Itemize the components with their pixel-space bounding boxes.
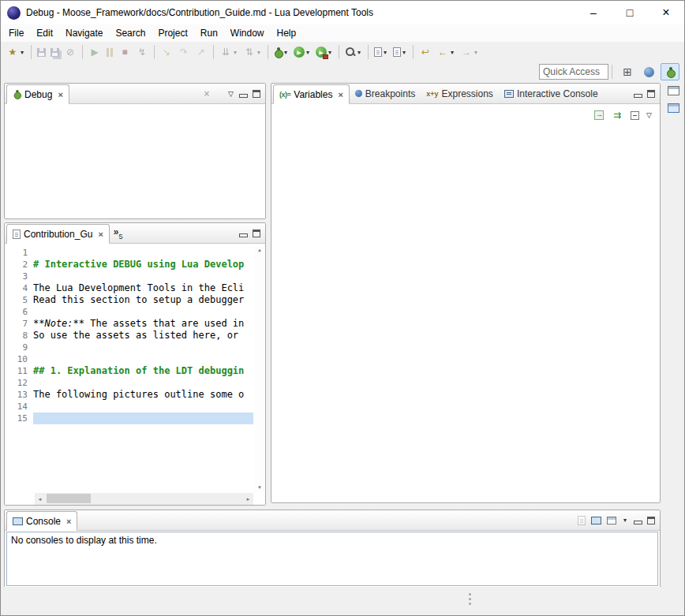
open-element-button[interactable]: ▾ bbox=[391, 43, 409, 61]
display-console-icon[interactable] bbox=[591, 517, 601, 525]
editor-line[interactable]: 10 bbox=[5, 353, 253, 365]
menu-search[interactable]: Search bbox=[109, 25, 152, 41]
debug-button[interactable]: ▾ bbox=[272, 43, 290, 61]
line-text[interactable]: **Note:** The assets that are used in bbox=[33, 318, 253, 330]
editor-tab-overflow[interactable]: » 5 bbox=[110, 226, 127, 243]
editor-line[interactable]: 9 bbox=[5, 342, 253, 353]
terminate-button[interactable]: ■ bbox=[117, 43, 133, 61]
tab-close-icon[interactable]: × bbox=[66, 517, 71, 526]
editor-body[interactable]: 1 2# Interactive DEBUG using Lua Develop… bbox=[5, 245, 265, 505]
menu-navigate[interactable]: Navigate bbox=[59, 25, 109, 41]
editor-line[interactable]: 12 bbox=[5, 377, 253, 389]
disconnect-button[interactable]: ↯ bbox=[134, 43, 150, 61]
step-into-button[interactable]: ↘ bbox=[159, 43, 174, 61]
view-menu-icon[interactable]: ▽ bbox=[228, 90, 234, 98]
suspend-button[interactable] bbox=[104, 43, 115, 61]
line-text[interactable]: # Interactive DEBUG using Lua Develop bbox=[33, 259, 253, 271]
resume-button[interactable]: ▶ bbox=[87, 43, 103, 61]
tab-expressions[interactable]: Expressions bbox=[421, 84, 499, 103]
scrollbar-thumb[interactable] bbox=[47, 494, 91, 503]
editor-line[interactable]: 5Read this section to setup a debugger bbox=[5, 294, 253, 306]
line-text[interactable]: ## 1. Explanation of the LDT debuggin bbox=[33, 365, 253, 377]
current-line-highlight[interactable] bbox=[33, 413, 253, 424]
line-text[interactable]: Read this section to setup a debugger bbox=[33, 294, 253, 306]
quick-access-input[interactable] bbox=[539, 64, 608, 80]
scroll-up-icon[interactable]: ▲ bbox=[254, 245, 265, 255]
line-text[interactable]: The following pictures outline some o bbox=[33, 389, 253, 401]
vertical-scrollbar[interactable]: ▲ ▼ bbox=[254, 245, 265, 492]
last-edit-location-button[interactable]: ↩ bbox=[417, 43, 433, 61]
line-text[interactable] bbox=[33, 247, 253, 259]
pin-console-icon[interactable] bbox=[578, 516, 586, 525]
debug-perspective-button[interactable] bbox=[661, 63, 679, 80]
maximize-view-icon[interactable] bbox=[647, 517, 655, 525]
editor-line[interactable]: 11## 1. Explanation of the LDT debuggin bbox=[5, 365, 253, 377]
step-return-button[interactable]: ↗ bbox=[193, 43, 209, 61]
maximize-view-icon[interactable] bbox=[253, 230, 260, 237]
tab-variables[interactable]: (x)= Variables × bbox=[273, 84, 350, 104]
editor-line[interactable]: 2# Interactive DEBUG using Lua Develop bbox=[5, 259, 253, 271]
tab-debug[interactable]: Debug × bbox=[6, 84, 69, 104]
open-console-icon[interactable] bbox=[607, 517, 616, 525]
minimize-view-icon[interactable] bbox=[634, 517, 642, 525]
menu-project[interactable]: Project bbox=[152, 25, 193, 41]
editor-line[interactable]: 15 bbox=[5, 413, 253, 424]
step-over-button[interactable]: ↷ bbox=[176, 43, 192, 61]
menu-file[interactable]: File bbox=[2, 25, 30, 41]
editor-line[interactable]: 6 bbox=[5, 306, 253, 318]
line-text[interactable] bbox=[33, 271, 253, 282]
new-lua-script-button[interactable]: ▾ bbox=[372, 43, 390, 61]
editor-line[interactable]: 3 bbox=[5, 271, 253, 282]
window-maximize-button[interactable]: □ bbox=[612, 1, 648, 24]
editor-lines[interactable]: 1 2# Interactive DEBUG using Lua Develop… bbox=[5, 247, 253, 492]
menu-window[interactable]: Window bbox=[224, 25, 271, 41]
tab-breakpoints[interactable]: Breakpoints bbox=[350, 84, 421, 103]
save-all-button[interactable] bbox=[49, 43, 61, 61]
window-minimize-button[interactable]: – bbox=[575, 1, 612, 24]
tab-console[interactable]: Console × bbox=[6, 511, 77, 531]
scrollbar-track[interactable] bbox=[45, 493, 243, 505]
minimized-view-restore-icon-2[interactable] bbox=[668, 103, 679, 113]
scroll-left-icon[interactable]: ◄ bbox=[35, 497, 45, 502]
tab-close-icon[interactable]: × bbox=[338, 90, 342, 99]
minimize-view-icon[interactable] bbox=[239, 230, 247, 237]
tab-contribution-guide[interactable]: Contribution_Gu × bbox=[6, 224, 110, 244]
editor-line[interactable]: 14 bbox=[5, 401, 253, 413]
sash-gripper-handle[interactable] bbox=[468, 593, 472, 609]
editor-line[interactable]: 7**Note:** The assets that are used in bbox=[5, 318, 253, 330]
minimized-view-restore-icon[interactable] bbox=[668, 86, 679, 95]
show-type-names-icon[interactable] bbox=[594, 110, 604, 120]
maximize-view-icon[interactable] bbox=[647, 90, 655, 98]
collapse-all-icon[interactable] bbox=[631, 111, 639, 120]
menu-help[interactable]: Help bbox=[271, 25, 303, 41]
minimize-view-icon[interactable] bbox=[239, 90, 247, 98]
tab-interactive-console[interactable]: Interactive Console bbox=[499, 84, 604, 103]
view-menu-icon[interactable]: ▽ bbox=[646, 111, 652, 119]
tab-close-icon[interactable]: × bbox=[58, 90, 62, 99]
remove-terminated-icon[interactable]: × bbox=[200, 88, 213, 100]
use-step-filters-button[interactable]: ⇅ ▾ bbox=[241, 43, 264, 61]
skip-breakpoints-button[interactable]: ⊘ bbox=[62, 43, 78, 61]
line-text[interactable] bbox=[33, 401, 253, 413]
line-text[interactable] bbox=[33, 342, 253, 353]
search-button[interactable]: ▾ bbox=[343, 43, 364, 61]
external-tools-button[interactable]: ▶ ▾ bbox=[314, 43, 335, 61]
line-text[interactable] bbox=[33, 377, 253, 389]
open-perspective-button[interactable]: ⊞ bbox=[618, 63, 637, 80]
editor-line[interactable]: 4The Lua Development Tools in the Ecli bbox=[5, 282, 253, 294]
scroll-down-icon[interactable]: ▼ bbox=[254, 483, 265, 492]
menu-edit[interactable]: Edit bbox=[30, 25, 59, 41]
editor-line[interactable]: 1 bbox=[5, 247, 253, 259]
chevron-down-icon[interactable]: ▾ bbox=[622, 517, 628, 524]
line-text[interactable] bbox=[33, 306, 253, 318]
drop-to-frame-button[interactable]: ⇊ ▾ bbox=[218, 43, 240, 61]
menu-run[interactable]: Run bbox=[194, 25, 224, 41]
show-logical-structures-icon[interactable]: ⇉ bbox=[611, 109, 623, 121]
tab-close-icon[interactable]: × bbox=[98, 230, 103, 239]
minimize-view-icon[interactable] bbox=[634, 90, 642, 98]
line-text[interactable] bbox=[33, 353, 253, 365]
back-button[interactable]: ← ▾ bbox=[435, 43, 457, 61]
new-wizard-button[interactable]: ★ ▾ bbox=[5, 43, 27, 61]
editor-line[interactable]: 8So use the assets as listed here, or bbox=[5, 330, 253, 342]
window-close-button[interactable]: × bbox=[648, 1, 684, 24]
